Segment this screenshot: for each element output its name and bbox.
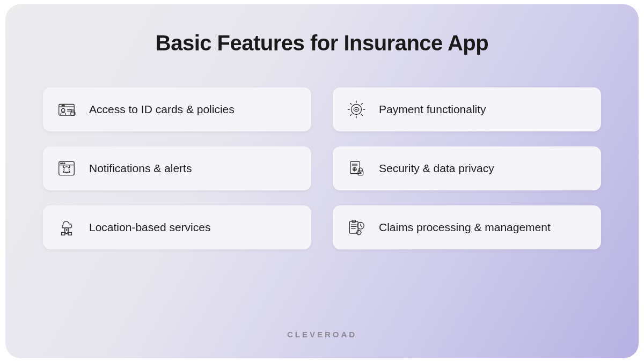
feature-id-cards: Access to ID cards & policies	[43, 87, 311, 131]
bell-window-icon	[56, 158, 77, 179]
feature-label: Notifications & alerts	[89, 162, 192, 175]
feature-security: Security & data privacy	[333, 146, 601, 190]
features-grid: Access to ID cards & policies Payment fu…	[43, 87, 601, 249]
svg-point-22	[66, 229, 67, 230]
feature-payment: Payment functionality	[333, 87, 601, 131]
feature-claims: Claims processing & management	[333, 205, 601, 249]
feature-location: Location-based services	[43, 205, 311, 249]
svg-point-4	[62, 108, 65, 112]
id-card-lock-icon	[56, 99, 77, 120]
feature-label: Access to ID cards & policies	[89, 103, 235, 116]
feature-notifications: Notifications & alerts	[43, 146, 311, 190]
svg-point-3	[63, 105, 64, 106]
svg-rect-20	[358, 171, 363, 175]
feature-label: Claims processing & management	[379, 221, 551, 234]
svg-point-21	[360, 172, 361, 173]
feature-label: Security & data privacy	[379, 162, 494, 175]
diagram-card: Basic Features for Insurance App Access …	[5, 4, 639, 358]
svg-rect-24	[68, 232, 71, 235]
feature-label: Location-based services	[89, 221, 210, 234]
document-lock-icon	[346, 158, 367, 179]
brand-mark: CLEVEROAD	[43, 330, 601, 342]
svg-point-2	[62, 105, 63, 106]
cloud-pin-icon	[56, 217, 77, 238]
gear-money-icon	[346, 99, 367, 120]
svg-point-14	[62, 162, 63, 164]
svg-point-13	[61, 162, 62, 164]
clipboard-clock-icon	[346, 217, 367, 238]
page-title: Basic Features for Insurance App	[43, 31, 601, 55]
svg-rect-23	[62, 232, 65, 235]
feature-label: Payment functionality	[379, 103, 486, 116]
svg-point-15	[64, 162, 65, 164]
